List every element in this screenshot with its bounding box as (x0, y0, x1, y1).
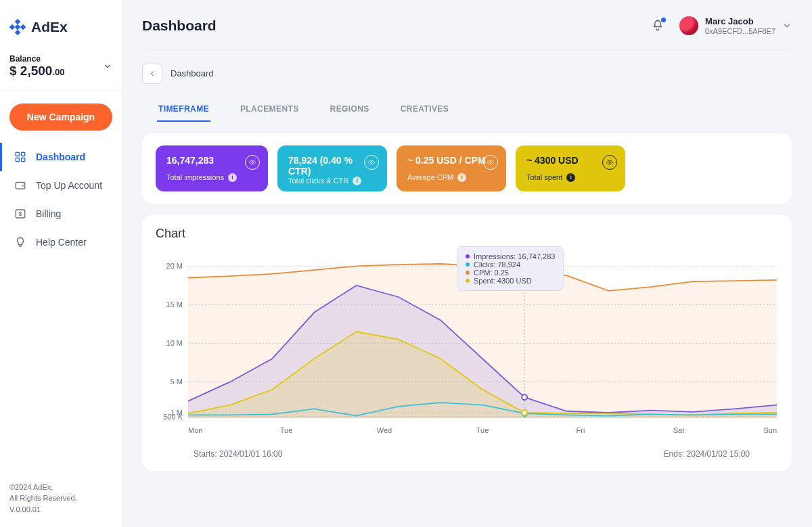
new-campaign-button[interactable]: New Campaign (9, 104, 112, 131)
notifications-button[interactable] (651, 19, 664, 32)
balance-label: Balance (9, 54, 64, 64)
metric-value: 16,747,283 (166, 155, 257, 166)
logo-text: AdEx (31, 19, 68, 35)
chart-start-label: Starts: 2024/01/01 16:00 (194, 449, 282, 459)
sidebar-item-top-up-account[interactable]: Top Up Account (0, 171, 122, 200)
metric-label: Total clicks & CTRi (288, 177, 376, 185)
metrics-panel: 16,747,283 Total impressionsi 78,924 (0.… (142, 133, 792, 204)
svg-rect-6 (22, 152, 25, 156)
sidebar: AdEx Balance $ 2,500.00 New Campaign Das… (0, 0, 122, 527)
svg-text:15 M: 15 M (166, 300, 183, 308)
svg-point-39 (522, 394, 527, 400)
metric-value: ~ 4300 USD (526, 155, 614, 166)
metric-label: Total spenti (526, 173, 614, 182)
svg-text:20 M: 20 M (166, 262, 183, 270)
svg-text:Fri: Fri (577, 426, 585, 434)
back-button[interactable] (142, 64, 162, 84)
svg-text:Tue: Tue (476, 426, 489, 434)
grid-icon (14, 151, 26, 163)
tabs: TIMEFRAMEPLACEMENTSREGIONSCREATIVES (157, 97, 792, 122)
svg-point-10 (22, 185, 24, 186)
user-address: 0xA9ECFD...5AF8E7 (705, 27, 775, 36)
sidebar-item-billing[interactable]: $Billing (0, 200, 122, 228)
chevron-down-icon (103, 62, 112, 71)
metric-value: ~ 0.25 USD / CPM (407, 155, 495, 166)
metric-card-cyan[interactable]: 78,924 (0.40 % CTR) Total clicks & CTRi (277, 145, 387, 191)
metric-label: Average CPMi (407, 173, 495, 182)
eye-icon[interactable] (602, 155, 617, 170)
eye-icon[interactable] (245, 155, 260, 170)
wallet-icon (14, 179, 26, 191)
svg-point-14 (252, 162, 254, 164)
chart-title: Chart (156, 227, 778, 241)
chart-end-label: Ends: 2024/01/02 15:00 (664, 449, 750, 459)
sidebar-item-dashboard[interactable]: Dashboard (0, 143, 122, 171)
svg-point-15 (371, 162, 373, 164)
eye-icon[interactable] (364, 155, 379, 170)
svg-text:Mon: Mon (188, 426, 202, 434)
topbar: Dashboard Marc Jacob 0xA9ECFD...5AF8E7 (142, 16, 792, 50)
svg-rect-2 (9, 24, 15, 30)
chevron-left-icon (148, 70, 156, 78)
metric-card-purple[interactable]: 16,747,283 Total impressionsi (156, 145, 268, 191)
user-menu[interactable]: Marc Jacob 0xA9ECFD...5AF8E7 (679, 16, 792, 36)
svg-point-17 (609, 162, 611, 164)
info-icon: i (566, 173, 575, 182)
notification-dot (661, 18, 666, 22)
svg-rect-7 (16, 158, 19, 162)
svg-text:500 K: 500 K (163, 413, 183, 421)
svg-rect-1 (15, 30, 20, 35)
sidebar-item-label: Dashboard (36, 152, 85, 162)
tab-creatives[interactable]: CREATIVES (399, 97, 450, 122)
user-area: Marc Jacob 0xA9ECFD...5AF8E7 (651, 16, 792, 36)
sidebar-item-label: Billing (36, 208, 61, 219)
balance-block[interactable]: Balance $ 2,500.00 (0, 50, 122, 91)
metric-card-yellow[interactable]: ~ 4300 USD Total spenti (516, 145, 625, 191)
svg-text:$: $ (19, 211, 22, 217)
metric-value: 78,924 (0.40 % CTR) (288, 155, 376, 177)
chevron-down-icon (782, 21, 792, 30)
svg-rect-0 (15, 19, 20, 24)
svg-text:Sat: Sat (673, 426, 685, 434)
metric-label: Total impressionsi (166, 173, 257, 182)
tab-placements[interactable]: PLACEMENTS (239, 97, 300, 122)
svg-text:Tue: Tue (280, 426, 293, 434)
svg-rect-8 (22, 158, 25, 162)
svg-text:Sun: Sun (763, 426, 777, 434)
info-icon: i (457, 173, 466, 182)
chart-panel: Chart 20 M15 M10 M5 M1 M500 KMonTueWedTu… (142, 214, 792, 471)
dollar-icon: $ (14, 208, 26, 220)
svg-rect-5 (16, 152, 19, 156)
svg-text:10 M: 10 M (166, 339, 183, 347)
svg-text:Wed: Wed (377, 426, 392, 434)
breadcrumb-row: Dashboard (142, 64, 792, 84)
eye-icon[interactable] (483, 155, 498, 170)
sidebar-item-label: Help Center (36, 237, 87, 248)
nav: DashboardTop Up Account$BillingHelp Cent… (0, 143, 122, 256)
sidebar-item-help-center[interactable]: Help Center (0, 228, 122, 256)
avatar (679, 16, 698, 35)
logo: AdEx (0, 0, 122, 50)
info-icon: i (228, 173, 237, 182)
metric-card-orange[interactable]: ~ 0.25 USD / CPM Average CPMi (397, 145, 506, 191)
tab-timeframe[interactable]: TIMEFRAME (157, 97, 210, 122)
page-title: Dashboard (142, 18, 217, 34)
breadcrumb: Dashboard (171, 68, 214, 78)
svg-text:5 M: 5 M (171, 377, 183, 386)
logo-icon (9, 19, 26, 35)
user-name: Marc Jacob (705, 16, 775, 27)
tab-regions[interactable]: REGIONS (329, 97, 371, 122)
chart-range-labels: Starts: 2024/01/01 16:00 Ends: 2024/01/0… (156, 445, 778, 459)
balance-amount: $ 2,500.00 (9, 64, 64, 78)
svg-point-16 (490, 162, 492, 164)
bulb-icon (14, 236, 26, 248)
footer-note: ©2024 AdEx. All Rights Reserved. V.0.00.… (0, 471, 122, 528)
sidebar-item-label: Top Up Account (36, 180, 102, 191)
svg-rect-3 (20, 24, 26, 30)
chart-tooltip: Impressions: 16,747,283 Clicks: 78,924 C… (457, 246, 564, 291)
svg-rect-4 (15, 24, 20, 30)
info-icon: i (353, 177, 361, 185)
main: Dashboard Marc Jacob 0xA9ECFD...5AF8E7 (122, 0, 812, 527)
svg-point-41 (522, 410, 527, 415)
